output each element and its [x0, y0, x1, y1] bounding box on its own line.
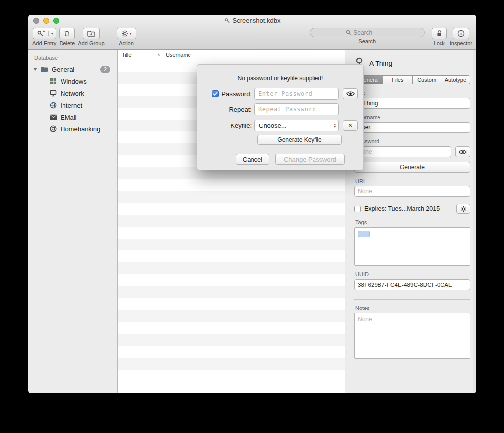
change-password-button[interactable]: Change Password	[275, 154, 345, 165]
stepper-arrows-icon: ▴▾	[334, 123, 336, 128]
inspector-item: Inspector	[450, 28, 472, 46]
inspector-panel: A Thing General Files Custom Autotype Ti…	[345, 50, 476, 393]
close-x-icon: ×	[348, 122, 352, 129]
search-icon	[346, 30, 351, 35]
window-chrome: Screenshot.kdbx ▾ Add Entry	[28, 15, 476, 50]
action-button[interactable]: ▾	[117, 28, 136, 39]
keyfile-value: Choose...	[259, 122, 287, 129]
delete-button[interactable]	[59, 28, 75, 39]
dialog-password-label: Password:	[221, 90, 252, 98]
password-field[interactable]	[354, 146, 451, 157]
add-entry-dropdown[interactable]: ▾	[48, 31, 56, 36]
key-plus-icon	[33, 30, 48, 37]
dialog-keyfile-label: Keyfile:	[230, 122, 252, 129]
reveal-password-button[interactable]	[455, 146, 470, 157]
delete-label: Delete	[59, 40, 75, 46]
app-window: Screenshot.kdbx ▾ Add Entry	[28, 15, 476, 393]
password-field-label: Password	[355, 138, 470, 144]
add-group-label: Add Group	[78, 40, 104, 46]
sidebar-item-label: Homebanking	[61, 125, 100, 133]
folder-icon	[40, 65, 48, 73]
lock-button[interactable]	[432, 28, 447, 39]
coin-icon	[49, 125, 57, 133]
title-field[interactable]	[354, 98, 470, 109]
sidebar-item-internet[interactable]: Internet	[28, 99, 117, 111]
tab-autotype[interactable]: Autotype	[441, 76, 470, 84]
gear-icon	[121, 30, 128, 37]
tab-custom[interactable]: Custom	[413, 76, 441, 84]
disclosure-triangle-icon[interactable]	[33, 68, 37, 71]
sidebar-header: Database	[28, 54, 117, 63]
generate-password-button[interactable]: Generate	[354, 162, 470, 173]
titlebar[interactable]: Screenshot.kdbx	[28, 15, 476, 27]
keyfile-dropdown[interactable]: Choose... ▴▾	[254, 120, 339, 131]
tags-box[interactable]	[354, 227, 470, 266]
clear-keyfile-button[interactable]: ×	[343, 120, 358, 131]
add-entry-button[interactable]: ▾	[33, 28, 56, 39]
uuid-field[interactable]	[354, 279, 470, 290]
dialog-password-input[interactable]	[254, 88, 339, 100]
chevron-down-icon: ▾	[130, 31, 132, 36]
column-header-title[interactable]: Title ∧	[118, 50, 163, 60]
search-item: Search	[310, 28, 425, 44]
add-group-item: Add Group	[78, 28, 104, 46]
expires-checkbox[interactable]	[354, 206, 361, 212]
toolbar: ▾ Add Entry Delete	[28, 27, 476, 49]
column-header-username[interactable]: Username	[163, 52, 191, 58]
windows-grid-icon	[49, 77, 57, 85]
action-item: ▾ Action	[117, 28, 136, 46]
entry-title: A Thing	[369, 60, 392, 67]
desktop: Screenshot.kdbx ▾ Add Entry	[0, 0, 504, 433]
url-field[interactable]	[354, 186, 470, 197]
table-header: Title ∧ Username	[118, 50, 345, 60]
inspector-divider	[354, 299, 470, 300]
title-field-label: Title	[355, 90, 470, 96]
search-input[interactable]	[353, 29, 388, 36]
username-field-label: Username	[355, 114, 470, 120]
info-icon	[457, 30, 465, 37]
sidebar-item-label: Network	[61, 90, 84, 97]
tab-files[interactable]: Files	[383, 76, 412, 84]
sidebar-group-general[interactable]: General 2	[28, 63, 117, 75]
dialog-repeat-label: Repeat:	[229, 106, 252, 113]
sidebar-item-label: EMail	[61, 114, 77, 121]
action-label: Action	[119, 40, 134, 46]
tag-chip[interactable]	[358, 231, 370, 237]
entry-count-badge: 2	[100, 66, 110, 73]
monitor-icon	[49, 89, 57, 97]
inspector-tabs: General Files Custom Autotype	[354, 75, 470, 84]
inspector-button[interactable]	[453, 28, 469, 39]
sidebar-item-email[interactable]: EMail	[28, 111, 117, 123]
cancel-button[interactable]: Cancel	[236, 154, 269, 165]
lock-icon	[436, 30, 442, 37]
lock-item: Lock	[432, 28, 447, 46]
inspector-scrollbar[interactable]	[473, 50, 476, 393]
trash-icon	[63, 30, 70, 37]
add-group-button[interactable]	[83, 28, 100, 39]
change-password-dialog: No password or keyfile supplied! Passwor…	[197, 64, 364, 170]
url-field-label: URL	[355, 178, 470, 184]
inspector-label: Inspector	[450, 40, 472, 46]
sidebar-item-windows[interactable]: Windows	[28, 75, 117, 87]
dialog-repeat-input[interactable]	[254, 103, 339, 115]
expires-settings-button[interactable]	[456, 204, 470, 214]
expires-label: Expires: Tues...March 2015	[364, 205, 440, 212]
notes-field[interactable]	[354, 313, 470, 359]
search-field[interactable]	[310, 28, 425, 37]
dialog-reveal-button[interactable]	[343, 88, 358, 99]
gear-icon	[460, 206, 467, 212]
notes-label: Notes	[355, 305, 470, 311]
folder-plus-icon	[87, 30, 95, 37]
check-icon	[213, 92, 218, 96]
username-field[interactable]	[354, 122, 470, 133]
sidebar-item-network[interactable]: Network	[28, 87, 117, 99]
eye-icon	[459, 149, 467, 155]
generate-keyfile-button[interactable]: Generate Keyfile	[257, 135, 342, 145]
uuid-label: UUID	[355, 271, 470, 277]
sidebar-item-homebanking[interactable]: Homebanking	[28, 123, 117, 135]
envelope-icon	[49, 113, 57, 121]
sidebar-item-label: Windows	[61, 78, 87, 85]
password-checkbox[interactable]	[212, 90, 219, 97]
add-entry-label: Add Entry	[32, 40, 56, 46]
sidebar-item-label: Internet	[61, 102, 82, 109]
